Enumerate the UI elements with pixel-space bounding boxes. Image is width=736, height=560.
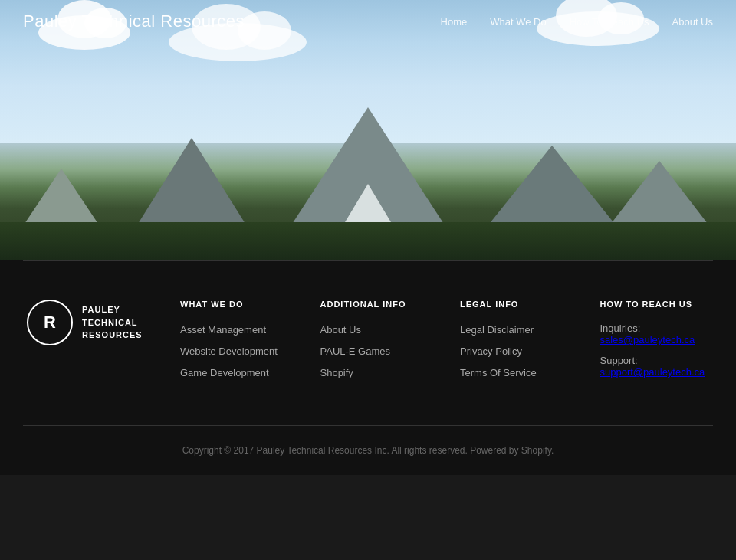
page-wrapper: Pauley Technical Resources Home What We … <box>0 0 736 475</box>
nav-home[interactable]: Home <box>441 16 468 28</box>
link-privacy-policy[interactable]: Privacy Policy <box>460 345 522 357</box>
link-legal-disclaimer[interactable]: Legal Disclaimer <box>460 324 534 336</box>
list-item: Website Development <box>180 344 290 358</box>
list-item: Privacy Policy <box>460 344 570 358</box>
link-game-development[interactable]: Game Development <box>180 367 269 378</box>
nav-how-to-reach-us[interactable]: How To Reach Us <box>570 16 649 28</box>
list-item: About Us <box>320 323 430 336</box>
footer-col-legal-info: LEGAL INFO Legal Disclaimer Privacy Poli… <box>460 300 570 387</box>
list-item: Shopify <box>320 365 430 379</box>
link-terms-of-service[interactable]: Terms Of Service <box>460 367 537 378</box>
logo-text: PAULEY TECHNICAL RESOURCES <box>82 303 143 342</box>
inquiries-label: Inquiries: <box>600 323 641 334</box>
footer-col-how-to-reach-us: HOW TO REACH US Inquiries: sales@pauleyt… <box>600 300 710 387</box>
footer-inquiries: Inquiries: sales@pauleytech.ca <box>600 323 710 345</box>
list-item: Asset Management <box>180 323 290 336</box>
logo-line2: TECHNICAL <box>82 316 143 329</box>
footer-col-additional-info-heading: ADDITIONAL INFO <box>320 300 430 309</box>
footer-col-legal-info-list: Legal Disclaimer Privacy Policy Terms Of… <box>460 323 570 379</box>
footer-col-reach-us-heading: HOW TO REACH US <box>600 300 710 309</box>
list-item: Legal Disclaimer <box>460 323 570 336</box>
link-asset-management[interactable]: Asset Management <box>180 324 266 336</box>
nav-what-we-do[interactable]: What We Do <box>490 16 546 28</box>
link-shopify[interactable]: Shopify <box>320 367 353 378</box>
list-item: PAUL-E Games <box>320 344 430 358</box>
footer-col-legal-info-heading: LEGAL INFO <box>460 300 570 309</box>
link-paul-e-games[interactable]: PAUL-E Games <box>320 345 391 357</box>
footer-logo: R PAULEY TECHNICAL RESOURCES <box>27 300 150 345</box>
logo-circle: R <box>27 300 73 345</box>
footer-col-what-we-do-heading: WHAT WE DO <box>180 300 290 309</box>
footer-col-what-we-do: WHAT WE DO Asset Management Website Deve… <box>180 300 290 387</box>
footer-bottom: Copyright © 2017 Pauley Technical Resour… <box>23 425 713 475</box>
logo-line1: PAULEY <box>82 303 143 316</box>
site-footer: R PAULEY TECHNICAL RESOURCES WHAT WE DO … <box>0 260 736 475</box>
site-header: Pauley Technical Resources Home What We … <box>0 0 736 43</box>
footer-content: R PAULEY TECHNICAL RESOURCES WHAT WE DO … <box>0 261 736 425</box>
support-email[interactable]: support@pauleytech.ca <box>600 366 705 378</box>
list-item: Game Development <box>180 365 290 379</box>
footer-col-additional-info-list: About Us PAUL-E Games Shopify <box>320 323 430 379</box>
footer-support: Support: support@pauleytech.ca <box>600 355 710 378</box>
mountains <box>0 107 736 260</box>
logo-line3: RESOURCES <box>82 329 143 342</box>
inquiries-email[interactable]: sales@pauleytech.ca <box>600 334 695 345</box>
trees-silhouette <box>0 222 736 260</box>
footer-col-what-we-do-list: Asset Management Website Development Gam… <box>180 323 290 379</box>
footer-col-additional-info: ADDITIONAL INFO About Us PAUL-E Games Sh… <box>320 300 430 387</box>
list-item: Terms Of Service <box>460 365 570 379</box>
main-nav: Home What We Do How To Reach Us About Us <box>441 16 713 28</box>
link-about-us[interactable]: About Us <box>320 324 361 336</box>
site-title[interactable]: Pauley Technical Resources <box>23 11 245 31</box>
copyright-text: Copyright © 2017 Pauley Technical Resour… <box>182 445 554 456</box>
logo-letter: R <box>44 313 56 332</box>
support-label: Support: <box>600 355 638 366</box>
nav-about-us[interactable]: About Us <box>672 16 713 28</box>
link-website-development[interactable]: Website Development <box>180 345 278 357</box>
